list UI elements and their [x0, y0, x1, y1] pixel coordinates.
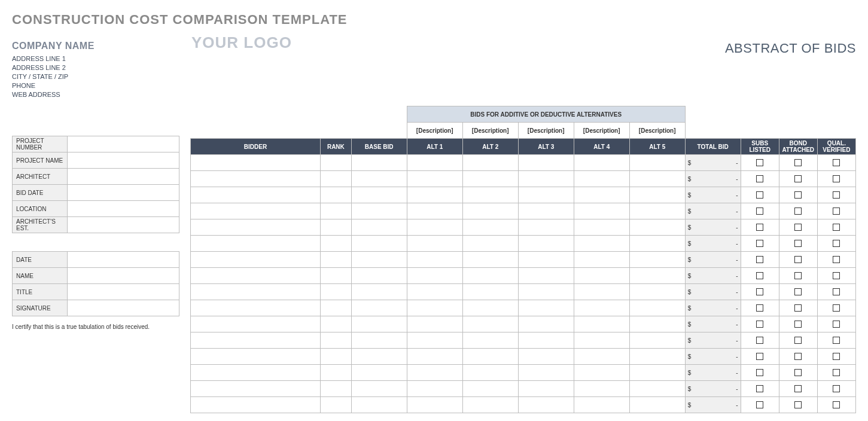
bid-cell[interactable] [407, 268, 462, 284]
bond-attached-checkbox[interactable] [794, 401, 802, 408]
bid-cell[interactable] [321, 381, 352, 397]
bid-cell[interactable] [351, 236, 407, 252]
bid-cell[interactable] [462, 236, 518, 252]
bond-attached-checkbox[interactable] [794, 256, 802, 263]
bid-cell[interactable] [574, 252, 629, 268]
bid-cell[interactable] [574, 171, 629, 187]
subs-listed-checkbox[interactable] [756, 224, 763, 231]
bid-cell[interactable] [407, 316, 462, 332]
qual-verified-checkbox[interactable] [833, 337, 840, 344]
bid-cell[interactable] [518, 268, 574, 284]
bid-cell[interactable] [191, 300, 321, 316]
bid-cell[interactable] [518, 252, 574, 268]
bid-cell[interactable] [462, 349, 518, 365]
bid-cell[interactable] [574, 236, 629, 252]
bid-cell[interactable] [518, 365, 574, 381]
bond-attached-checkbox[interactable] [794, 321, 802, 328]
info-value-cell[interactable] [68, 217, 179, 233]
bid-cell[interactable] [574, 268, 629, 284]
bid-cell[interactable] [518, 397, 574, 413]
subs-listed-checkbox[interactable] [756, 288, 763, 295]
subs-listed-checkbox[interactable] [756, 401, 763, 408]
qual-verified-checkbox[interactable] [833, 321, 840, 328]
bond-attached-checkbox[interactable] [794, 175, 802, 182]
bid-cell[interactable] [351, 219, 407, 236]
subs-listed-checkbox[interactable] [756, 240, 763, 247]
bid-cell[interactable] [191, 284, 321, 300]
bid-cell[interactable] [351, 381, 407, 397]
bid-cell[interactable] [462, 155, 518, 171]
bid-cell[interactable] [462, 171, 518, 187]
bid-cell[interactable] [629, 203, 685, 219]
bid-cell[interactable] [407, 187, 462, 203]
bid-cell[interactable] [629, 332, 685, 349]
info-value-cell[interactable] [68, 169, 179, 185]
qual-verified-checkbox[interactable] [833, 288, 840, 295]
bond-attached-checkbox[interactable] [794, 369, 802, 376]
bid-cell[interactable] [191, 252, 321, 268]
subs-listed-checkbox[interactable] [756, 353, 763, 360]
bond-attached-checkbox[interactable] [794, 272, 802, 279]
bid-cell[interactable] [191, 171, 321, 187]
bid-cell[interactable] [321, 203, 352, 219]
bid-cell[interactable] [518, 219, 574, 236]
bid-cell[interactable] [574, 300, 629, 316]
qual-verified-checkbox[interactable] [833, 401, 840, 408]
bid-cell[interactable] [629, 236, 685, 252]
info-value-cell[interactable] [68, 284, 179, 300]
subs-listed-checkbox[interactable] [756, 369, 763, 376]
bid-cell[interactable] [518, 155, 574, 171]
bid-cell[interactable] [574, 316, 629, 332]
subs-listed-checkbox[interactable] [756, 304, 763, 312]
bid-cell[interactable] [351, 284, 407, 300]
info-value-cell[interactable] [68, 252, 179, 268]
qual-verified-checkbox[interactable] [833, 256, 840, 263]
bid-cell[interactable] [351, 155, 407, 171]
bid-cell[interactable] [462, 381, 518, 397]
bid-cell[interactable] [407, 284, 462, 300]
bond-attached-checkbox[interactable] [794, 208, 802, 215]
bid-cell[interactable] [462, 203, 518, 219]
bid-cell[interactable] [518, 316, 574, 332]
bid-cell[interactable] [629, 252, 685, 268]
bid-cell[interactable] [407, 236, 462, 252]
bid-cell[interactable] [407, 349, 462, 365]
bid-cell[interactable] [518, 187, 574, 203]
bid-cell[interactable] [321, 155, 352, 171]
qual-verified-checkbox[interactable] [833, 369, 840, 376]
bid-cell[interactable] [629, 397, 685, 413]
bid-cell[interactable] [407, 332, 462, 349]
bid-cell[interactable] [407, 300, 462, 316]
qual-verified-checkbox[interactable] [833, 272, 840, 279]
qual-verified-checkbox[interactable] [833, 224, 840, 231]
bid-cell[interactable] [629, 171, 685, 187]
bid-cell[interactable] [321, 300, 352, 316]
bid-cell[interactable] [191, 236, 321, 252]
bid-cell[interactable] [629, 365, 685, 381]
bond-attached-checkbox[interactable] [794, 337, 802, 344]
bid-cell[interactable] [191, 381, 321, 397]
bid-cell[interactable] [574, 284, 629, 300]
bond-attached-checkbox[interactable] [794, 191, 802, 199]
bid-cell[interactable] [462, 187, 518, 203]
bid-cell[interactable] [351, 365, 407, 381]
bid-cell[interactable] [351, 316, 407, 332]
bond-attached-checkbox[interactable] [794, 353, 802, 360]
bid-cell[interactable] [462, 397, 518, 413]
bid-cell[interactable] [629, 219, 685, 236]
bid-cell[interactable] [321, 397, 352, 413]
bid-cell[interactable] [191, 316, 321, 332]
subs-listed-checkbox[interactable] [756, 208, 763, 215]
bid-cell[interactable] [574, 349, 629, 365]
bid-cell[interactable] [518, 300, 574, 316]
bid-cell[interactable] [629, 316, 685, 332]
bid-cell[interactable] [191, 365, 321, 381]
bid-cell[interactable] [574, 155, 629, 171]
bid-cell[interactable] [574, 397, 629, 413]
bid-cell[interactable] [191, 397, 321, 413]
subs-listed-checkbox[interactable] [756, 385, 763, 392]
bond-attached-checkbox[interactable] [794, 304, 802, 312]
bid-cell[interactable] [351, 252, 407, 268]
bid-cell[interactable] [407, 219, 462, 236]
qual-verified-checkbox[interactable] [833, 385, 840, 392]
